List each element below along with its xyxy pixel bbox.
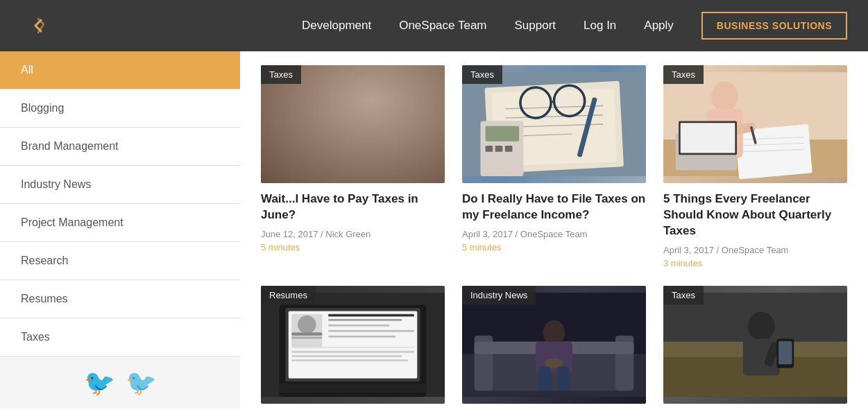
nav-support[interactable]: Support: [515, 19, 556, 33]
sidebar-item-research[interactable]: Research: [0, 242, 240, 280]
svg-rect-48: [328, 330, 414, 332]
card-body-6: [663, 404, 847, 418]
svg-rect-22: [505, 146, 513, 152]
card-badge-5: Industry News: [462, 286, 536, 305]
svg-rect-53: [291, 359, 408, 361]
sidebar: All Blogging Brand Management Industry N…: [0, 51, 240, 419]
svg-rect-63: [538, 366, 551, 391]
card-image-resumes: Resumes: [261, 286, 445, 404]
svg-point-69: [748, 311, 775, 341]
sidebar-item-industry-news[interactable]: Industry News: [0, 166, 240, 204]
svg-rect-46: [328, 319, 402, 321]
business-solutions-button[interactable]: BUSINESS SOLUTIONS: [701, 12, 847, 40]
card-resumes[interactable]: Resumes: [261, 286, 445, 418]
card-body-2: Do I Really Have to File Taxes on my Fre…: [462, 183, 646, 253]
svg-line-16: [551, 101, 554, 102]
svg-rect-6: [291, 146, 414, 176]
svg-rect-21: [495, 146, 503, 152]
main-content: All Blogging Brand Management Industry N…: [0, 51, 868, 419]
logo[interactable]: [21, 8, 56, 43]
sidebar-item-taxes[interactable]: Taxes: [0, 318, 240, 357]
sidebar-footer: 🐦 🐦: [0, 357, 240, 409]
articles-section: Taxes Wait...I Have to Pay Taxes in June…: [240, 51, 868, 419]
card-title-1: Wait...I Have to Pay Taxes in June?: [261, 191, 445, 223]
card-industry-news[interactable]: Industry News: [462, 286, 646, 418]
card-meta-1: June 12, 2017 / Nick Green: [261, 229, 445, 239]
card-badge-2: Taxes: [462, 65, 502, 84]
footer-social-icons: 🐦 🐦: [84, 368, 157, 397]
card-image-taxes-quarterly: Taxes: [663, 65, 847, 183]
card-badge-3: Taxes: [663, 65, 704, 84]
nav-login[interactable]: Log In: [584, 19, 616, 33]
svg-rect-43: [291, 332, 322, 335]
svg-rect-3: [334, 127, 395, 170]
sidebar-item-all[interactable]: All: [0, 51, 240, 89]
bird-icon: 🐦: [84, 368, 115, 397]
card-title-3: 5 Things Every Freelancer Should Know Ab…: [663, 191, 847, 239]
nav-onespace-team[interactable]: OneSpace Team: [399, 19, 486, 33]
bird-icon-2: 🐦: [126, 368, 157, 397]
cards-grid: Taxes Wait...I Have to Pay Taxes in June…: [261, 65, 847, 418]
card-body-4: [261, 404, 445, 418]
card-read-time-3: 3 minutes: [663, 258, 847, 268]
svg-rect-64: [557, 366, 570, 391]
sidebar-item-project-management[interactable]: Project Management: [0, 204, 240, 242]
svg-rect-52: [291, 355, 402, 357]
svg-rect-54: [280, 383, 427, 392]
nav-apply[interactable]: Apply: [644, 19, 674, 33]
svg-rect-49: [328, 336, 395, 338]
svg-rect-51: [291, 351, 414, 353]
svg-point-42: [298, 315, 316, 334]
card-taxes-phone[interactable]: Taxes: [663, 286, 847, 418]
sidebar-item-resumes[interactable]: Resumes: [0, 280, 240, 318]
card-body-5: [462, 404, 646, 418]
card-badge-6: Taxes: [663, 286, 704, 305]
card-badge-4: Resumes: [261, 286, 316, 305]
main-nav: Development OneSpace Team Support Log In…: [302, 12, 847, 40]
svg-rect-4: [341, 133, 390, 164]
svg-point-2: [353, 87, 390, 130]
svg-rect-73: [778, 341, 792, 365]
sidebar-item-blogging[interactable]: Blogging: [0, 89, 240, 128]
svg-rect-5: [347, 139, 384, 157]
card-meta-2: April 3, 2017 / OneSpace Team: [462, 229, 646, 239]
svg-rect-44: [291, 336, 322, 339]
card-read-time-2: 5 minutes: [462, 242, 646, 253]
card-meta-3: April 3, 2017 / OneSpace Team: [663, 245, 847, 255]
card-taxes-quarterly[interactable]: Taxes 5 Things Every Freelancer Should K…: [663, 65, 847, 268]
svg-rect-50: [291, 346, 414, 348]
card-taxes-june[interactable]: Taxes Wait...I Have to Pay Taxes in June…: [261, 65, 445, 268]
card-title-2: Do I Really Have to File Taxes on my Fre…: [462, 191, 646, 223]
card-image-taxes-phone: Taxes: [663, 286, 847, 404]
svg-point-65: [545, 358, 563, 368]
svg-rect-20: [486, 146, 493, 152]
card-read-time-1: 5 minutes: [261, 242, 445, 253]
svg-rect-45: [328, 314, 414, 317]
svg-rect-1: [261, 72, 445, 176]
nav-development[interactable]: Development: [302, 19, 371, 33]
card-image-taxes-june: Taxes: [261, 65, 445, 183]
card-body-3: 5 Things Every Freelancer Should Know Ab…: [663, 183, 847, 268]
card-image-industry-news: Industry News: [462, 286, 646, 404]
card-body-1: Wait...I Have to Pay Taxes in June? June…: [261, 183, 445, 253]
card-badge-1: Taxes: [261, 65, 301, 84]
svg-point-61: [543, 320, 565, 344]
svg-rect-47: [328, 325, 389, 327]
svg-rect-36: [681, 123, 735, 153]
header: Development OneSpace Team Support Log In…: [0, 0, 868, 51]
svg-rect-19: [486, 126, 520, 142]
sidebar-item-brand-management[interactable]: Brand Management: [0, 128, 240, 166]
card-taxes-file[interactable]: Taxes Do I Really Have to File Taxes on …: [462, 65, 646, 268]
card-image-taxes-file: Taxes: [462, 65, 646, 183]
svg-point-30: [711, 81, 738, 112]
